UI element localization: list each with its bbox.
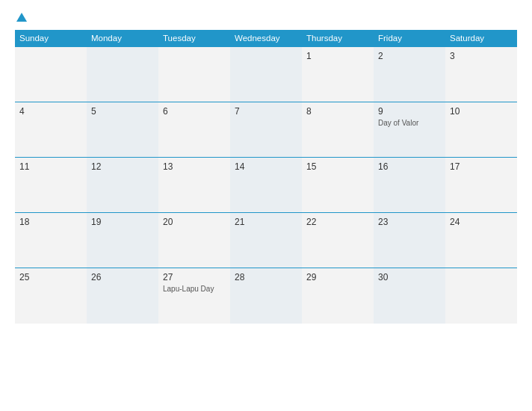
holiday-label: Lapu-Lapu Day — [163, 285, 226, 293]
calendar-cell: 8 — [302, 102, 374, 158]
calendar-cell — [445, 268, 517, 324]
calendar-cell — [15, 47, 87, 102]
day-number: 9 — [378, 106, 441, 117]
day-number: 1 — [306, 51, 369, 61]
week-row-5: 252627Lapu-Lapu Day282930 — [15, 268, 517, 324]
calendar-cell: 19 — [87, 213, 158, 268]
calendar-cell: 2 — [374, 47, 445, 102]
weekday-header-sunday: Sunday — [15, 30, 87, 47]
day-number: 22 — [306, 217, 369, 227]
calendar-cell: 6 — [158, 102, 230, 158]
day-number: 25 — [19, 272, 82, 282]
calendar-cell: 26 — [87, 268, 158, 324]
calendar-cell: 3 — [445, 47, 517, 102]
calendar-page: SundayMondayTuesdayWednesdayThursdayFrid… — [0, 0, 532, 411]
day-number: 20 — [163, 217, 226, 227]
week-row-2: 456789Day of Valor10 — [15, 102, 517, 158]
calendar-cell: 29 — [302, 268, 374, 324]
day-number: 17 — [450, 161, 513, 172]
calendar-cell: 23 — [374, 213, 445, 268]
weekday-header-thursday: Thursday — [302, 30, 374, 47]
day-number: 16 — [378, 161, 441, 172]
day-number: 13 — [163, 161, 226, 172]
calendar-cell: 21 — [230, 213, 302, 268]
calendar-cell: 1 — [302, 47, 374, 102]
calendar-table: SundayMondayTuesdayWednesdayThursdayFrid… — [15, 30, 517, 324]
day-number: 29 — [306, 272, 369, 282]
day-number: 2 — [378, 51, 441, 61]
calendar-cell: 4 — [15, 102, 87, 158]
calendar-cell: 13 — [158, 158, 230, 213]
calendar-cell: 22 — [302, 213, 374, 268]
day-number: 8 — [306, 106, 369, 117]
calendar-cell: 15 — [302, 158, 374, 213]
weekday-header-friday: Friday — [374, 30, 445, 47]
weekday-header-row: SundayMondayTuesdayWednesdayThursdayFrid… — [15, 30, 517, 47]
day-number: 15 — [306, 161, 369, 172]
weekday-header-saturday: Saturday — [445, 30, 517, 47]
weekday-header-wednesday: Wednesday — [230, 30, 302, 47]
calendar-cell: 7 — [230, 102, 302, 158]
day-number: 21 — [235, 217, 297, 227]
week-row-1: 123 — [15, 47, 517, 102]
day-number: 19 — [91, 217, 154, 227]
day-number: 10 — [450, 106, 513, 117]
holiday-label: Day of Valor — [378, 119, 441, 127]
calendar-cell: 20 — [158, 213, 230, 268]
day-number: 7 — [235, 106, 297, 117]
day-number: 28 — [235, 272, 297, 282]
calendar-cell — [87, 47, 158, 102]
day-number: 27 — [163, 272, 226, 282]
day-number: 23 — [378, 217, 441, 227]
calendar-cell — [158, 47, 230, 102]
day-number: 24 — [450, 217, 513, 227]
day-number: 12 — [91, 161, 154, 172]
calendar-cell: 30 — [374, 268, 445, 324]
header — [15, 13, 517, 22]
calendar-cell — [230, 47, 302, 102]
day-number: 18 — [19, 217, 82, 227]
day-number: 5 — [91, 106, 154, 117]
calendar-cell: 9Day of Valor — [374, 102, 445, 158]
calendar-cell: 14 — [230, 158, 302, 213]
day-number: 30 — [378, 272, 441, 282]
day-number: 4 — [19, 106, 82, 117]
calendar-cell: 28 — [230, 268, 302, 324]
day-number: 14 — [235, 161, 297, 172]
calendar-cell: 18 — [15, 213, 87, 268]
day-number: 11 — [19, 161, 82, 172]
weekday-header-tuesday: Tuesday — [158, 30, 230, 47]
calendar-cell: 25 — [15, 268, 87, 324]
calendar-cell: 11 — [15, 158, 87, 213]
calendar-cell: 24 — [445, 213, 517, 268]
calendar-cell: 27Lapu-Lapu Day — [158, 268, 230, 324]
day-number: 6 — [163, 106, 226, 117]
day-number: 26 — [91, 272, 154, 282]
week-row-4: 18192021222324 — [15, 213, 517, 268]
logo-triangle-icon — [16, 13, 27, 22]
calendar-cell: 10 — [445, 102, 517, 158]
calendar-cell: 12 — [87, 158, 158, 213]
day-number: 3 — [450, 51, 513, 61]
calendar-cell: 5 — [87, 102, 158, 158]
weekday-header-monday: Monday — [87, 30, 158, 47]
calendar-cell: 17 — [445, 158, 517, 213]
logo — [15, 13, 27, 22]
calendar-cell: 16 — [374, 158, 445, 213]
week-row-3: 11121314151617 — [15, 158, 517, 213]
